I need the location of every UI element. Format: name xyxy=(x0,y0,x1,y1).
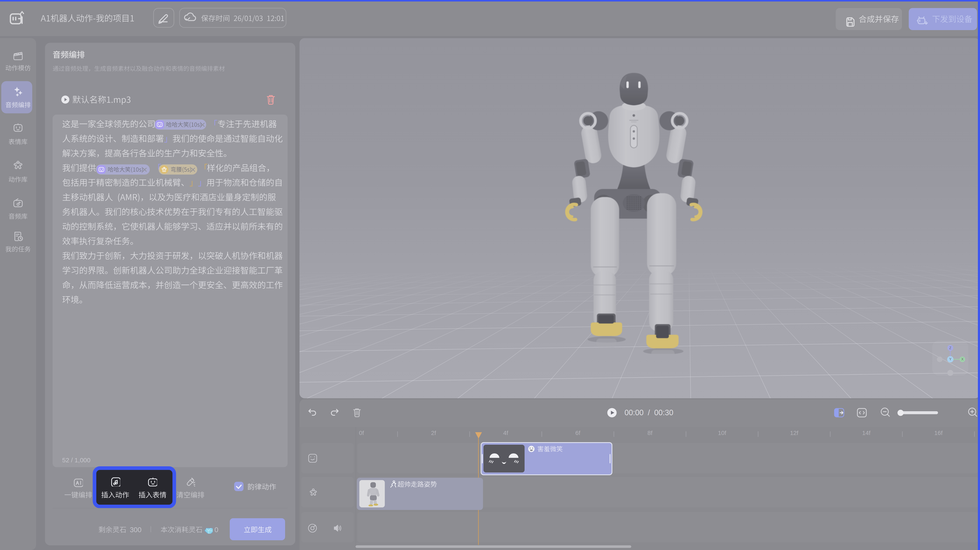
svg-text:16f: 16f xyxy=(934,430,943,436)
svg-text:14f: 14f xyxy=(862,430,870,436)
svg-text:10f: 10f xyxy=(718,430,726,436)
svg-text:4f: 4f xyxy=(503,430,508,436)
svg-text:2f: 2f xyxy=(431,430,436,436)
svg-text:8f: 8f xyxy=(648,430,652,436)
svg-text:6f: 6f xyxy=(575,430,581,436)
svg-text:0f: 0f xyxy=(359,430,364,436)
svg-text:12f: 12f xyxy=(790,430,799,436)
